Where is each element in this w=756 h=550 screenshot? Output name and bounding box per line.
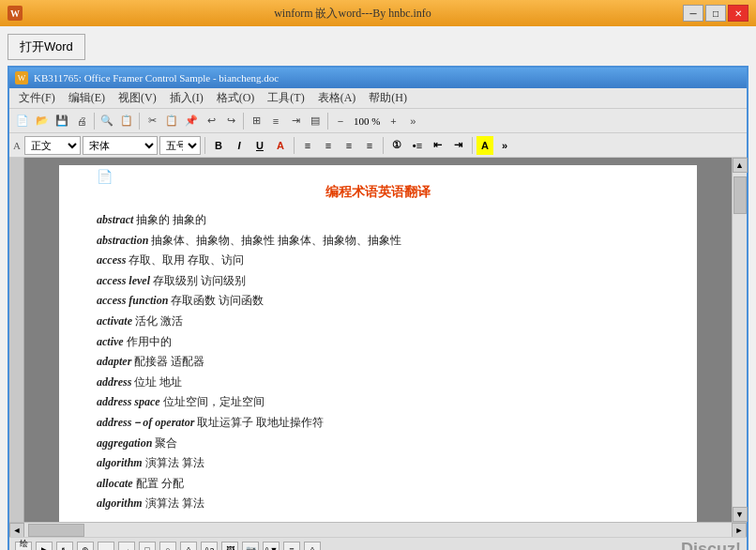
- align-justify-button[interactable]: ≡: [360, 136, 379, 155]
- menu-bar: 文件(F) 编辑(E) 视图(V) 插入(I) 格式(O) 工具(T) 表格(A…: [9, 88, 747, 109]
- document-page: 📄 编程术语英语翻译 abstract 抽象的 抽象的abstraction 抽…: [59, 165, 697, 522]
- doc-line: access 存取、取用 存取、访问: [97, 251, 659, 271]
- menu-help[interactable]: 帮助(H): [363, 89, 413, 107]
- menu-format[interactable]: 格式(O): [211, 89, 261, 107]
- tb-undo[interactable]: ↩: [202, 112, 220, 130]
- doc-line: aggregation 聚合: [97, 434, 659, 454]
- img-btn[interactable]: 📷: [242, 542, 259, 551]
- style-select[interactable]: 正文: [24, 136, 81, 155]
- oval-btn[interactable]: ○: [159, 542, 176, 551]
- font-color-button[interactable]: A: [271, 136, 290, 155]
- bold-button[interactable]: B: [209, 136, 228, 155]
- align-left-button[interactable]: ≡: [298, 136, 317, 155]
- menu-insert[interactable]: 插入(I): [164, 89, 209, 107]
- tb-paste[interactable]: 📌: [182, 112, 201, 130]
- scroll-down-button[interactable]: ▼: [733, 507, 748, 522]
- toolbar: 📄 📂 💾 🖨 🔍 📋 ✂ 📋 📌 ↩ ↪ ⊞ ≡ ⇥ ▤ − 100 % + …: [9, 109, 747, 133]
- tb-preview[interactable]: 📋: [117, 112, 136, 130]
- tb-new[interactable]: 📄: [13, 112, 32, 130]
- close-button[interactable]: ✕: [728, 5, 748, 22]
- select-btn[interactable]: ↖: [56, 542, 73, 551]
- tb-print[interactable]: 🔍: [98, 112, 116, 130]
- document-area-wrapper: 📄 编程术语英语翻译 abstract 抽象的 抽象的abstraction 抽…: [9, 158, 747, 522]
- menu-view[interactable]: 视图(V): [113, 89, 162, 107]
- discuz-watermark: Discuz!: [681, 540, 741, 550]
- open-word-button[interactable]: 打开Word: [8, 34, 85, 60]
- tb-redo[interactable]: ↪: [221, 112, 240, 130]
- doc-line: access function 存取函数 访问函数: [97, 291, 659, 312]
- menu-table[interactable]: 表格(A): [312, 89, 362, 107]
- scrollbar-h-thumb[interactable]: [28, 524, 84, 537]
- tb-align[interactable]: ▤: [306, 112, 325, 130]
- menu-tools[interactable]: 工具(T): [262, 89, 310, 107]
- drawing-toolbar-btn[interactable]: 绘图: [15, 542, 32, 551]
- more-fmt-button[interactable]: »: [495, 136, 514, 155]
- font-color-btn2[interactable]: A: [304, 542, 321, 551]
- size-select[interactable]: 五号: [159, 136, 201, 155]
- tb-zoom-in[interactable]: +: [384, 112, 402, 130]
- scroll-up-button[interactable]: ▲: [733, 158, 748, 173]
- tb-open[interactable]: 📂: [33, 112, 52, 130]
- italic-button[interactable]: I: [230, 136, 249, 155]
- align-center-button[interactable]: ≡: [319, 136, 338, 155]
- indent-dec-button[interactable]: ⇤: [429, 136, 447, 155]
- doc-line: algorithm 演算法 算法: [97, 494, 659, 514]
- scrollbar-thumb[interactable]: [733, 176, 747, 214]
- tb-zoom-out[interactable]: −: [331, 112, 350, 130]
- doc-line: abstract 抽象的 抽象的: [97, 210, 659, 231]
- sep1: [94, 113, 95, 130]
- sep4: [327, 113, 328, 130]
- doc-line: address 位址 地址: [97, 373, 659, 393]
- clip-art-btn[interactable]: 🖼: [221, 542, 238, 551]
- word-icon: W: [15, 71, 28, 84]
- tb-save2[interactable]: 🖨: [72, 112, 91, 130]
- doc-line: address－of operator 取址运算子 取地址操作符: [97, 413, 659, 434]
- doc-title: 编程术语英语翻译: [97, 184, 659, 201]
- line-btn[interactable]: —: [98, 542, 114, 551]
- app-icon: W: [8, 6, 23, 21]
- line-color-btn[interactable]: ≡: [283, 542, 300, 551]
- maximize-button[interactable]: □: [705, 5, 726, 22]
- menu-edit[interactable]: 编辑(E): [63, 89, 111, 107]
- bul-list-button[interactable]: •≡: [408, 136, 427, 155]
- scrollbar-vertical[interactable]: ▲ ▼: [732, 158, 747, 522]
- doc-line: adapter 配接器 适配器: [97, 352, 659, 373]
- tb-save[interactable]: 💾: [53, 112, 71, 130]
- word-embed-area: W KB311765: Office Framer Control Sample…: [8, 66, 748, 550]
- doc-line: algorithm 演算法 算法: [97, 453, 659, 474]
- tb-indent[interactable]: ⇥: [286, 112, 305, 130]
- play-btn[interactable]: ▶: [36, 542, 53, 551]
- document-area[interactable]: 📄 编程术语英语翻译 abstract 抽象的 抽象的abstraction 抽…: [24, 158, 732, 522]
- window-title: winform 嵌入word---By hnbc.info: [23, 6, 683, 22]
- textbox-btn[interactable]: A: [180, 542, 197, 551]
- scrollbar-horizontal[interactable]: ◄ ►: [9, 522, 747, 537]
- arrow-btn[interactable]: →: [118, 542, 135, 551]
- tb-table[interactable]: ⊞: [247, 112, 265, 130]
- wordart-btn[interactable]: Aa: [201, 542, 218, 551]
- word-title: KB311765: Office Framer Control Sample -…: [34, 72, 741, 84]
- fmt-sep1: [204, 137, 205, 154]
- doc-line: activate 活化 激活: [97, 312, 659, 332]
- tb-cut[interactable]: ✂: [143, 112, 161, 130]
- font-select[interactable]: 宋体: [83, 136, 158, 155]
- font-size-icon: A: [13, 140, 21, 151]
- fmt-sep2: [294, 137, 295, 154]
- word-title-bar: W KB311765: Office Framer Control Sample…: [9, 68, 747, 88]
- scroll-right-button[interactable]: ►: [732, 523, 747, 538]
- tb-more[interactable]: »: [403, 112, 422, 130]
- minimize-button[interactable]: ─: [683, 5, 703, 22]
- scroll-left-button[interactable]: ◄: [9, 523, 24, 538]
- rect-btn[interactable]: □: [139, 542, 156, 551]
- fmt-sep3: [383, 137, 384, 154]
- menu-file[interactable]: 文件(F): [13, 89, 61, 107]
- align-right-button[interactable]: ≡: [340, 136, 358, 155]
- underline-button[interactable]: U: [250, 136, 269, 155]
- tb-list[interactable]: ≡: [266, 112, 285, 130]
- fill-btn[interactable]: A▼: [263, 542, 280, 551]
- auto-shape-btn[interactable]: ⊕: [77, 542, 94, 551]
- tb-copy[interactable]: 📋: [162, 112, 181, 130]
- doc-line: active 作用中的: [97, 332, 659, 353]
- indent-inc-button[interactable]: ⇥: [449, 136, 468, 155]
- highlight-button[interactable]: A: [476, 136, 493, 155]
- num-list-button[interactable]: ①: [387, 136, 406, 155]
